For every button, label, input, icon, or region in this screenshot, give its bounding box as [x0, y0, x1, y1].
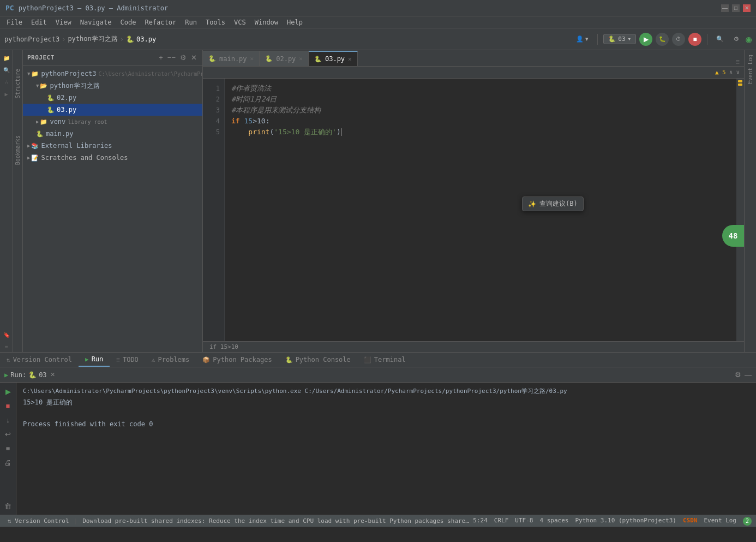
run-config-selector[interactable]: 🐍 03 ▾	[603, 34, 636, 44]
debug-button[interactable]: 🐛	[656, 33, 669, 46]
stop-button[interactable]: ■	[688, 33, 701, 46]
sidebar-collapse-button[interactable]: −−	[166, 53, 177, 62]
title-bar-left: PC pythonProject3 – 03.py – Administrato…	[5, 4, 168, 12]
run-stop-button[interactable]: ■	[3, 400, 14, 411]
code-line-3: #本程序是用来测试分支结构	[231, 105, 730, 116]
tree-external-label: External Libraries	[41, 142, 112, 150]
tree-item-folder-main[interactable]: ▼ 📂 python学习之路	[23, 80, 202, 92]
tree-root-path: C:\Users\Administrator\PycharmPro	[99, 71, 202, 77]
close-button[interactable]: ✕	[743, 4, 751, 12]
error-indicator[interactable]	[738, 80, 742, 82]
structure-label[interactable]: Structure	[14, 67, 22, 100]
settings-button[interactable]: ⚙	[730, 34, 742, 44]
python-version-status[interactable]: Python 3.10 (pythonProject3)	[575, 517, 676, 526]
run-clear-button[interactable]: 🗑	[3, 501, 14, 511]
breadcrumb-file[interactable]: 03.py	[136, 35, 156, 43]
tab-run-label: Run	[92, 355, 104, 363]
menu-run[interactable]: Run	[181, 17, 201, 27]
sidebar-gear-button[interactable]: ⚙	[179, 53, 188, 62]
activity-find-icon[interactable]: 🔍	[1, 64, 12, 75]
navigate-down-btn[interactable]: ∨	[736, 69, 740, 76]
tab-run[interactable]: ▶ Run	[79, 353, 110, 367]
activity-structure-icon[interactable]: ≡	[1, 341, 12, 352]
profile-button[interactable]: ⏱	[672, 33, 685, 46]
run-print-button[interactable]: 🖨	[3, 457, 14, 468]
run-scroll-button[interactable]: ↓	[3, 414, 14, 425]
tab-problems[interactable]: ⚠ Problems	[145, 353, 196, 367]
breadcrumb-folder[interactable]: python学习之路	[68, 34, 117, 44]
event-log-status[interactable]: Event Log	[704, 517, 736, 526]
tab-main-py-close[interactable]: ✕	[250, 55, 254, 62]
jetbrains-logo[interactable]: ◉	[746, 33, 752, 45]
tree-item-scratches[interactable]: ▶ 📝 Scratches and Consoles	[23, 152, 202, 164]
tab-python-console[interactable]: 🐍 Python Console	[279, 353, 357, 367]
run-panel-settings-button[interactable]: ⚙	[735, 371, 741, 379]
tree-item-02py[interactable]: 🐍 02.py	[23, 92, 202, 104]
tab-python-packages[interactable]: 📦 Python Packages	[196, 353, 278, 367]
tab-terminal-label: Terminal	[374, 356, 406, 364]
code-area[interactable]: #作者贾浩法 #时间1月24日 #本程序是用来测试分支结构 if 15>10: …	[225, 79, 736, 341]
app-logo: PC	[5, 4, 14, 12]
minimize-button[interactable]: —	[721, 4, 729, 12]
tab-02-py[interactable]: 🐍 02.py ✕	[260, 51, 309, 66]
line-col-status[interactable]: 5:24	[473, 517, 488, 526]
bookmarks-label[interactable]: Bookmarks	[14, 133, 22, 167]
menu-file[interactable]: File	[2, 17, 27, 27]
run-button[interactable]: ▶	[639, 33, 652, 46]
tab-version-control[interactable]: ⇅ Version Control	[0, 353, 79, 367]
tree-item-03py[interactable]: 🐍 03.py	[23, 104, 202, 116]
ai-popup-text: 查询建议(B)	[539, 199, 578, 209]
notifications-label[interactable]: Event Log	[746, 52, 754, 86]
menu-window[interactable]: Window	[250, 17, 283, 27]
run-panel-minimize-button[interactable]: —	[745, 371, 752, 379]
recent-files-button[interactable]: ≡	[735, 58, 740, 66]
activity-project-icon[interactable]: 📁	[1, 52, 12, 63]
tree-item-mainpy[interactable]: 🐍 main.py	[23, 128, 202, 140]
toolbar-separator-2	[707, 34, 707, 45]
notification-text: Download pre-built shared indexes: Reduc…	[79, 517, 473, 525]
green-badge[interactable]: 48	[722, 225, 744, 247]
menu-edit[interactable]: Edit	[27, 17, 51, 27]
tab-main-py[interactable]: 🐍 main.py ✕	[203, 51, 260, 66]
run-command-line: C:\Users\Administrator\PycharmProjects\p…	[23, 386, 749, 397]
crlf-status[interactable]: CRLF	[494, 517, 509, 526]
encoding-status[interactable]: UTF-8	[515, 517, 533, 526]
menu-navigate[interactable]: Navigate	[76, 17, 116, 27]
status-bar-right: 5:24 CRLF UTF-8 4 spaces Python 3.10 (py…	[473, 517, 752, 526]
menu-code[interactable]: Code	[116, 17, 141, 27]
ai-popup[interactable]: ✨ 查询建议(B)	[522, 196, 584, 211]
tab-terminal[interactable]: ⬛ Terminal	[357, 353, 412, 367]
menu-tools[interactable]: Tools	[201, 17, 230, 27]
sidebar-new-button[interactable]: +	[158, 53, 164, 62]
run-softrap-button[interactable]: ↩	[3, 428, 14, 439]
run-filter-button[interactable]: ≡	[3, 443, 14, 454]
sidebar-close-button[interactable]: ✕	[190, 53, 198, 62]
tab-03-py-close[interactable]: ✕	[348, 56, 352, 63]
menu-vcs[interactable]: VCS	[230, 17, 250, 27]
navigate-up-btn[interactable]: ∧	[729, 69, 733, 76]
tree-item-venv[interactable]: ▶ 📁 venv library root	[23, 116, 202, 128]
breadcrumb-project[interactable]: pythonProject3	[4, 35, 59, 43]
activity-run-icon[interactable]: ▶	[1, 88, 12, 99]
search-everywhere-button[interactable]: 🔍	[713, 34, 727, 44]
menu-refactor[interactable]: Refactor	[140, 17, 181, 27]
tree-item-root[interactable]: ▼ 📁 pythonProject3 C:\Users\Administrato…	[23, 68, 202, 80]
run-panel-tab-label: Run:	[10, 371, 26, 379]
tree-item-external-libs[interactable]: ▶ 📚 External Libraries	[23, 140, 202, 152]
run-restart-button[interactable]: ▶	[3, 386, 14, 397]
notification-count[interactable]: 2	[743, 517, 752, 526]
activity-vcs-icon[interactable]: ⑃	[1, 76, 12, 87]
vcs-status[interactable]: ⇅ Version Control	[4, 517, 73, 525]
indent-status[interactable]: 4 spaces	[539, 517, 568, 526]
menu-help[interactable]: Help	[283, 17, 307, 27]
warning-indicator-2[interactable]	[738, 84, 742, 86]
tab-todo-label: TODO	[123, 356, 139, 364]
maximize-button[interactable]: □	[732, 4, 740, 12]
activity-bookmarks-icon[interactable]: 🔖	[1, 329, 12, 340]
tab-02-py-close[interactable]: ✕	[299, 55, 303, 62]
menu-view[interactable]: View	[51, 17, 76, 27]
tab-03-py[interactable]: 🐍 03.py ✕	[309, 51, 358, 66]
run-panel-close-tab[interactable]: ✕	[50, 371, 55, 378]
tab-todo[interactable]: ≡ TODO	[110, 353, 145, 367]
account-button[interactable]: 👤 ▾	[573, 34, 592, 44]
